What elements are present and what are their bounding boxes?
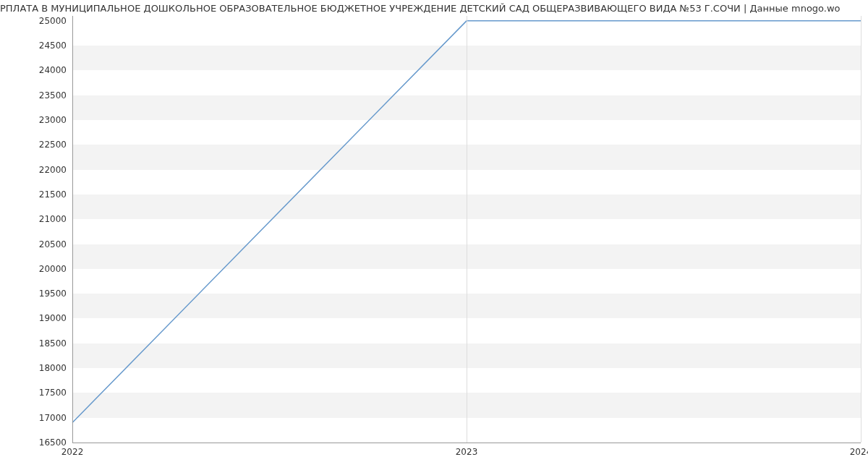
y-tick-label: 21000 <box>1 214 67 224</box>
y-tick-label: 21500 <box>1 189 67 200</box>
y-tick-label: 23000 <box>1 115 67 125</box>
y-tick-label: 20000 <box>1 264 67 274</box>
y-tick-label: 23500 <box>1 90 67 101</box>
y-tick-label: 17000 <box>1 413 67 423</box>
y-tick-label: 24500 <box>1 40 67 51</box>
y-axis <box>72 16 73 443</box>
x-tick-label: 2024 <box>850 447 868 457</box>
y-tick-label: 18000 <box>1 363 67 373</box>
x-tick-label: 2023 <box>456 447 478 457</box>
x-gridline <box>861 16 861 443</box>
y-tick-label: 22000 <box>1 165 67 175</box>
chart-title: РПЛАТА В МУНИЦИПАЛЬНОЕ ДОШКОЛЬНОЕ ОБРАЗО… <box>0 3 868 14</box>
y-tick-label: 18500 <box>1 338 67 349</box>
y-tick-label: 16500 <box>1 437 67 448</box>
chart-container: РПЛАТА В МУНИЦИПАЛЬНОЕ ДОШКОЛЬНОЕ ОБРАЗО… <box>0 0 868 470</box>
y-tick-label: 24000 <box>1 65 67 75</box>
y-tick-label: 19000 <box>1 313 67 323</box>
y-tick-label: 17500 <box>1 388 67 398</box>
y-tick-label: 20500 <box>1 239 67 249</box>
y-tick-label: 25000 <box>1 16 67 26</box>
y-tick-label: 22500 <box>1 140 67 150</box>
x-tick-label: 2022 <box>61 447 84 457</box>
x-gridline <box>467 16 467 443</box>
y-tick-label: 19500 <box>1 289 67 299</box>
x-axis <box>72 443 861 443</box>
